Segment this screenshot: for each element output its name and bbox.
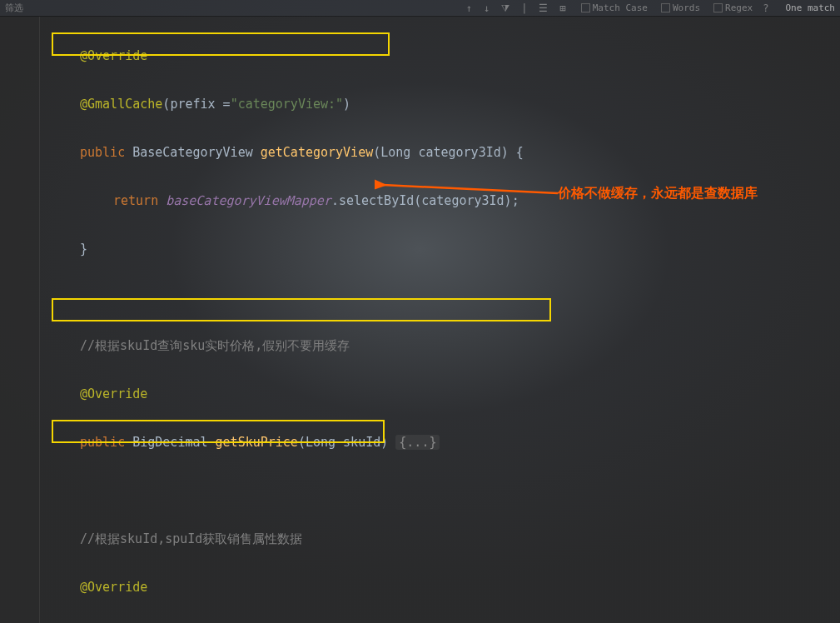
words-checkbox[interactable]: Words [661,2,700,13]
code-editor[interactable]: @Override @GmallCache(prefix ="categoryV… [40,17,840,623]
find-toolbar: 筛选 ↑ ↓ ⧩ | ☰ ⊞ Match Case Words Regex ? … [0,0,840,17]
separator: | [519,2,529,14]
match-case-checkbox[interactable]: Match Case [581,2,648,13]
add-selection-icon[interactable]: ⊞ [558,2,567,14]
fold-marker[interactable]: {...} [395,435,440,450]
gutter [0,17,40,623]
prev-icon[interactable]: ↑ [465,2,474,14]
comment: //根据skuId查询sku实时价格,假别不要用缓存 [80,338,350,353]
select-all-icon[interactable]: ☰ [537,2,549,14]
filter-label: 筛选 [5,2,23,14]
next-icon[interactable]: ↓ [482,2,491,14]
filter-icon[interactable]: ⧩ [500,2,511,14]
regex-checkbox[interactable]: Regex [713,2,753,13]
method-getSkuPrice: getSkuPrice [216,435,298,450]
annotation-gmallcache: @GmallCache [80,97,162,112]
help-icon[interactable]: ? [761,2,770,14]
annotation-override: @Override [80,48,147,63]
comment: //根据skuId,spuId获取销售属性数据 [80,531,302,546]
match-count: One match [785,2,835,13]
method-getCategoryView: getCategoryView [261,145,373,160]
